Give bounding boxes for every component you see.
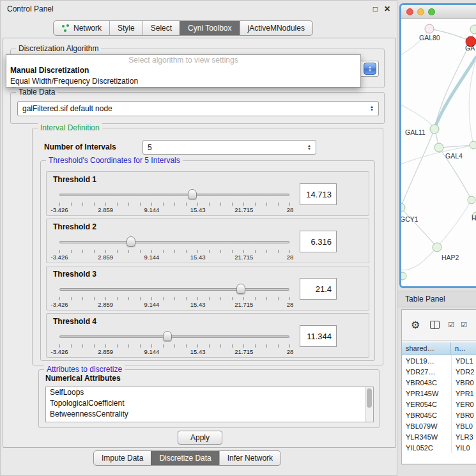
column-header-shared-name[interactable]: shared… (402, 342, 451, 355)
combo-down-arrow-icon: ▼ (307, 148, 311, 151)
attributes-group: Attributes to discretize Numerical Attri… (38, 369, 380, 428)
zoom-traffic-light-icon[interactable] (428, 8, 435, 15)
slider-track (59, 335, 289, 338)
threshold-value-field[interactable]: 21.4 (300, 278, 337, 300)
table-data-combo[interactable]: galFiltered.sif default node ▲ ▼ (17, 101, 379, 116)
tab-infer-network[interactable]: Infer Network (219, 451, 280, 465)
combo-arrows-icon: ▲ ▼ (307, 144, 311, 151)
table-row[interactable]: YDR27…YDR2 (402, 366, 476, 377)
tab-cyni-toolbox[interactable]: Cyni Toolbox (180, 21, 239, 35)
network-node-label: GAL80 (419, 34, 440, 42)
threshold-label: Threshold 1 (53, 175, 96, 184)
threshold-value-field[interactable]: 11.344 (300, 325, 337, 347)
minimize-traffic-light-icon[interactable] (417, 8, 424, 15)
scale-tick-label: 15.43 (190, 254, 206, 261)
cell-name: YPR1 (451, 388, 476, 399)
network-node-label: GAL4 (445, 152, 463, 160)
table-row[interactable]: YER054CYER0 (402, 399, 476, 410)
table-row[interactable]: YBL079WYBL0 (402, 420, 476, 431)
scale-tick-label: -3.426 (51, 301, 68, 308)
cell-name: YDR2 (451, 366, 476, 377)
cell-name: YBR0 (451, 377, 476, 388)
network-node-gal80[interactable] (425, 24, 434, 33)
table-header-row: shared… n… (402, 342, 476, 355)
slider-thumb[interactable] (163, 331, 172, 341)
table-row[interactable]: YLR345WYLR3 (402, 431, 476, 442)
network-svg[interactable]: GAL80GAGAL11GAL4GCY1HHAP2 (401, 19, 476, 284)
combo-down-arrow-icon: ▼ (368, 69, 371, 72)
slider-ticks (59, 297, 290, 300)
table-panel-toolbar: ⚙ ☑ ☑ (402, 310, 476, 341)
threshold-panel-3: Threshold 3-3.4262.8599.14415.4321.71528… (46, 266, 369, 311)
threshold-value-field[interactable]: 6.316 (300, 231, 337, 252)
cell-name: YIL0 (451, 442, 476, 453)
checkbox-select-all-icon[interactable]: ☑ (448, 321, 454, 329)
network-node[interactable] (470, 25, 476, 34)
tab-label: Network (73, 24, 102, 33)
slider-track (59, 241, 289, 243)
table-data-group: Table Data galFiltered.sif default node … (10, 92, 385, 124)
threshold-value-field[interactable]: 14.713 (300, 183, 337, 205)
network-node-gcy1[interactable] (401, 203, 405, 212)
slider-thumb[interactable] (188, 189, 197, 199)
apply-button[interactable]: Apply (178, 431, 222, 445)
network-node[interactable] (401, 272, 406, 280)
cell-name: YER0 (451, 399, 476, 410)
table-row[interactable]: YDL19…YDL1 (402, 355, 476, 366)
combo-down-arrow-icon: ▼ (370, 109, 374, 112)
cell-shared-name: YDR27… (402, 368, 451, 376)
scale-tick-label: 9.144 (144, 301, 160, 308)
table-row[interactable]: YPR145WYPR1 (402, 388, 476, 399)
network-node[interactable] (468, 196, 475, 204)
discretization-algorithm-label: Discretization Algorithm (16, 44, 101, 53)
checkbox-select-icon[interactable]: ☑ (461, 321, 467, 329)
table-row[interactable]: YIL052CYIL0 (402, 442, 476, 453)
tab-network[interactable]: Network (54, 21, 109, 35)
network-node-gal4[interactable] (434, 143, 443, 152)
table-row[interactable]: YBR043CYBR0 (402, 377, 476, 388)
combo-dropdown-button[interactable]: ▲ ▼ (364, 63, 376, 75)
table-panel: ⚙ ☑ ☑ shared… n… YDL19…YDL1YDR27…YDR2YBR… (401, 309, 476, 464)
numerical-attributes-list[interactable]: SelfLoopsTopologicalCoefficientBetweenne… (45, 387, 374, 422)
tab-discretize-data[interactable]: Discretize Data (151, 451, 219, 465)
slider-thumb[interactable] (127, 236, 135, 247)
scale-tick-label: 28 (287, 348, 294, 355)
attribute-list-item[interactable]: BetweennessCentrality (46, 409, 373, 420)
scrollbar-thumb[interactable] (367, 388, 372, 408)
network-node[interactable] (470, 141, 476, 149)
threshold-slider[interactable] (59, 283, 289, 295)
scale-tick-label: 2.859 (98, 301, 113, 308)
column-header-name[interactable]: n… (451, 342, 476, 355)
scale-tick-label: 21.715 (234, 206, 253, 213)
tab-jactivemnodules[interactable]: jActiveMNodules (240, 21, 312, 35)
table-panel-title: Table Panel (405, 295, 445, 303)
threshold-panel-1: Threshold 1-3.4262.8599.14415.4321.71528… (46, 171, 369, 216)
tab-label: Discretize Data (159, 454, 211, 463)
threshold-slider[interactable] (59, 188, 289, 200)
network-window-titlebar (401, 5, 476, 19)
close-icon[interactable]: ✕ (384, 4, 390, 13)
slider-ticks (59, 203, 290, 206)
control-panel: Control Panel □ ✕ NetworkStyleSelectCyni… (0, 0, 397, 476)
attribute-list-item[interactable]: SelfLoops (46, 387, 373, 398)
tab-select[interactable]: Select (142, 21, 180, 35)
network-node-gal11[interactable] (430, 125, 439, 134)
dropdown-option-equal-width-frequency[interactable]: Equal Width/Frequency Discretization (6, 76, 360, 87)
network-node-hap2[interactable] (433, 243, 441, 252)
tab-impute-data[interactable]: Impute Data (94, 451, 151, 465)
scale-tick-label: 21.715 (234, 254, 253, 261)
gear-icon[interactable]: ⚙ (411, 319, 420, 331)
tab-style[interactable]: Style (109, 21, 142, 35)
float-window-icon[interactable]: □ (373, 4, 378, 13)
threshold-slider[interactable] (59, 236, 289, 247)
dropdown-option-manual-discretization[interactable]: Manual Discretization (6, 65, 360, 76)
table-row[interactable]: YBR045CYBR0 (402, 410, 476, 420)
number-of-intervals-combo[interactable]: 5 ▲ ▼ (142, 140, 316, 155)
scale-tick-label: 15.43 (190, 348, 206, 355)
attribute-list-item[interactable]: TopologicalCoefficient (46, 398, 373, 409)
column-selector-icon[interactable] (430, 321, 440, 329)
slider-thumb[interactable] (236, 284, 245, 294)
list-scrollbar[interactable] (365, 387, 373, 422)
close-traffic-light-icon[interactable] (406, 8, 413, 15)
threshold-slider[interactable] (59, 330, 289, 342)
